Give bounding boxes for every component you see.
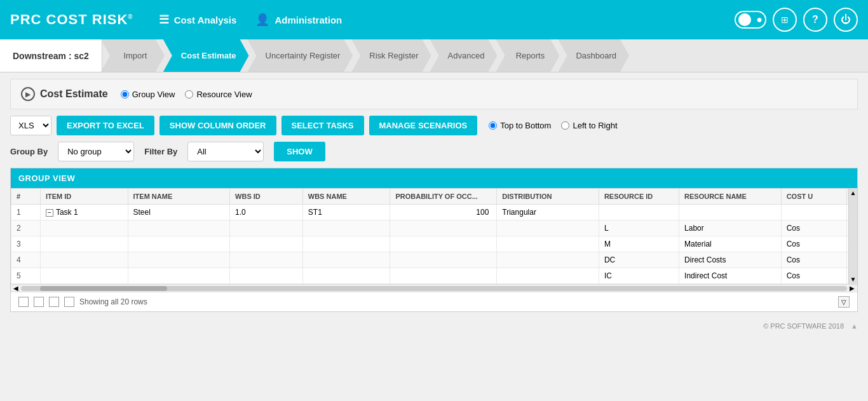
toggle-button[interactable]: ● [735, 11, 766, 29]
nav-item-cost-analysis[interactable]: ☰ Cost Analysis [159, 13, 237, 27]
table-wrapper: # ITEM ID ITEM NAME WBS ID WBS NAME PROB… [11, 188, 857, 284]
scroll-right-arrow[interactable]: ▶ [850, 285, 855, 292]
footer-right-icon[interactable]: ▽ [838, 296, 850, 308]
cell-resource-id [599, 205, 679, 221]
vertical-scrollbar[interactable]: ▲ ▼ [848, 188, 857, 284]
cell-resource-id: DC [599, 252, 679, 268]
tab-dashboard[interactable]: Dashboard [558, 39, 629, 72]
top-to-bottom-label[interactable]: Top to Bottom [489, 121, 551, 130]
scroll-down-arrow[interactable]: ▼ [850, 276, 857, 283]
tab-reports[interactable]: Reports [496, 39, 559, 72]
checkbox-3[interactable] [49, 297, 59, 307]
scroll-left-arrow[interactable]: ◀ [13, 285, 18, 292]
toggle-circle [738, 13, 751, 26]
left-to-right-radio[interactable] [561, 121, 569, 130]
cell-item-name [128, 236, 230, 252]
group-view-header: GROUP VIEW [18, 173, 75, 183]
cell-num: 3 [11, 236, 41, 252]
cell-resource-id: IC [599, 268, 679, 284]
cost-analysis-icon: ☰ [159, 13, 169, 27]
cell-item-name [128, 221, 230, 236]
cell-resource-id: M [599, 236, 679, 252]
cell-probability [390, 268, 497, 284]
nav-item-administration[interactable]: 👤 Administration [255, 13, 342, 27]
tab-risk-register-label: Risk Register [369, 51, 418, 60]
cell-cost [781, 205, 846, 221]
cell-item-name [128, 252, 230, 268]
cell-wbs-id: 1.0 [230, 205, 303, 221]
scroll-to-top-icon[interactable]: ▲ [851, 322, 858, 330]
cell-distribution [497, 268, 599, 284]
table-header-row: # ITEM ID ITEM NAME WBS ID WBS NAME PROB… [11, 189, 857, 205]
play-icon: ▶ [21, 87, 35, 101]
cell-resource-name: Direct Costs [679, 252, 782, 268]
scroll-up-arrow[interactable]: ▲ [850, 189, 857, 196]
cell-wbs-name [302, 252, 390, 268]
cell-resource-name: Indirect Cost [679, 268, 782, 284]
group-by-select[interactable]: No group WBS Resource [58, 142, 134, 161]
tab-uncertainty-register[interactable]: Uncertainty Register [248, 39, 353, 72]
left-to-right-label[interactable]: Left to Right [561, 121, 617, 130]
scroll-thumb-handle[interactable] [40, 286, 167, 291]
table-row: 5 IC Indirect Cost Cos [11, 268, 857, 284]
help-button[interactable]: ? [803, 8, 827, 32]
cell-wbs-id [230, 221, 303, 236]
cell-resource-name [679, 205, 782, 221]
cell-num: 1 [11, 205, 41, 221]
scroll-thumb[interactable] [21, 286, 847, 291]
resource-view-radio-label[interactable]: Resource View [185, 90, 252, 99]
filter-icon[interactable]: ▽ [838, 296, 850, 308]
resource-view-radio[interactable] [185, 90, 193, 99]
tab-advanced[interactable]: Advanced [430, 39, 498, 72]
checkbox-4[interactable] [64, 297, 74, 307]
table-body: 1 −Task 1 Steel 1.0 ST1 100 Triangular 2… [11, 205, 857, 284]
copyright-text: © PRC SOFTWARE 2018 [763, 322, 844, 330]
tab-risk-register[interactable]: Risk Register [351, 39, 431, 72]
cell-distribution [497, 221, 599, 236]
show-column-order-button[interactable]: SHOW COLUMN ORDER [159, 116, 276, 135]
cell-wbs-id [230, 252, 303, 268]
rows-count-label: Showing all 20 rows [79, 297, 147, 306]
select-tasks-button[interactable]: SELECT TASKS [281, 116, 364, 135]
cell-resource-name: Labor [679, 221, 782, 236]
collapse-icon[interactable]: − [46, 209, 53, 217]
table-row: 4 DC Direct Costs Cos [11, 252, 857, 268]
data-table-container: GROUP VIEW # ITEM ID ITEM NAME WBS ID WB… [10, 168, 858, 312]
tab-navigation: Downstream : sc2 Import Cost Estimate Un… [0, 39, 868, 72]
checkbox-1[interactable] [18, 297, 29, 307]
tab-import[interactable]: Import [101, 39, 165, 72]
cell-cost: Cos [781, 268, 846, 284]
toolbar: XLS CSV PDF EXPORT TO EXCEL SHOW COLUMN … [10, 116, 858, 135]
power-button[interactable]: ⏻ [834, 8, 858, 32]
screen-button[interactable]: ⊞ [773, 8, 797, 32]
group-view-radio[interactable] [121, 90, 129, 99]
format-select[interactable]: XLS CSV PDF [10, 116, 51, 135]
cell-num: 2 [11, 221, 41, 236]
cell-wbs-id [230, 268, 303, 284]
checkbox-2[interactable] [34, 297, 44, 307]
col-header-item-name: ITEM NAME [128, 189, 230, 205]
filter-by-select[interactable]: All Task Resource [187, 142, 264, 161]
cell-item-id [40, 252, 128, 268]
tab-cost-estimate[interactable]: Cost Estimate [163, 39, 249, 72]
toggle-track: ● [756, 14, 763, 25]
show-button[interactable]: SHOW [274, 142, 325, 161]
top-to-bottom-radio[interactable] [489, 121, 497, 130]
horizontal-scrollbar[interactable]: ◀ ▶ [11, 284, 857, 292]
filter-by-label: Filter By [144, 147, 177, 156]
cell-item-id: −Task 1 [40, 205, 128, 221]
tab-reports-label: Reports [516, 51, 545, 60]
section-title-area: ▶ Cost Estimate [21, 87, 108, 101]
manage-scenarios-button[interactable]: MANAGE SCENARIOS [369, 116, 478, 135]
cell-item-id [40, 236, 128, 252]
cell-wbs-id [230, 236, 303, 252]
export-to-excel-button[interactable]: EXPORT TO EXCEL [57, 116, 154, 135]
col-header-num: # [11, 189, 41, 205]
group-view-radio-label[interactable]: Group View [121, 90, 175, 99]
nav-label-cost-analysis: Cost Analysis [174, 15, 237, 25]
cell-num: 4 [11, 252, 41, 268]
cell-item-id [40, 221, 128, 236]
col-header-distribution: DISTRIBUTION [497, 189, 599, 205]
tab-cost-estimate-label: Cost Estimate [181, 51, 236, 60]
cell-distribution: Triangular [497, 205, 599, 221]
